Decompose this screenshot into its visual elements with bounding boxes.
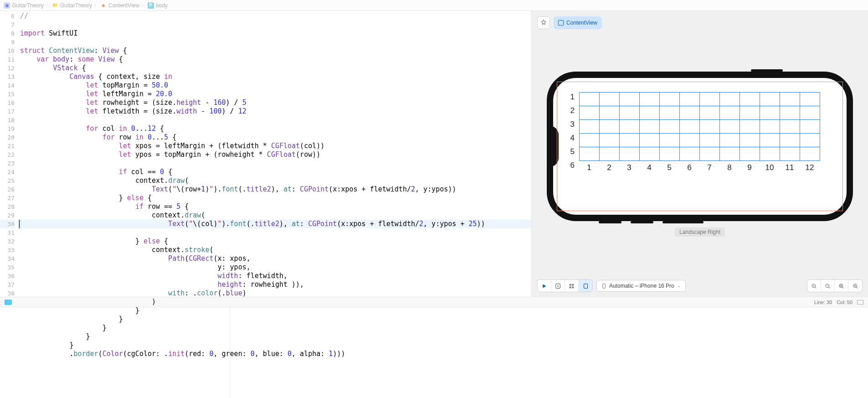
preview-mode-group [537,279,593,292]
grid-icon [569,283,575,289]
zoom-in-button[interactable] [848,280,862,292]
zoom-fit-button[interactable] [835,280,848,292]
variants-button[interactable] [565,280,579,292]
svg-point-14 [839,284,842,287]
device-preview[interactable]: 123456 123456789101112 [547,72,853,221]
svg-rect-7 [603,284,606,288]
svg-text:1: 1 [827,284,828,287]
breadcrumb-folder-label: GuitarTheory [60,2,92,9]
svg-rect-16 [840,285,842,286]
preview-pane: ContentView 123456 123456789101112 Lands… [532,11,868,297]
cursor-line: Line: 30 [814,300,832,305]
preview-selector-label: ContentView [566,20,597,26]
svg-line-15 [842,287,844,288]
svg-rect-5 [572,286,574,288]
swift-file-icon: ◆ [100,2,107,9]
editor-pane: 6789101112131415161718192021222324252627… [0,11,532,358]
breadcrumb-project[interactable]: ◉ GuitarTheory [4,2,44,9]
breadcrumb-symbol-label: body [156,2,168,9]
chevron-down-icon: ⌄ [677,284,681,288]
svg-rect-3 [572,284,574,285]
app-content: 123456 123456789101112 [557,82,843,211]
zoom-actual-button[interactable]: 1 [821,280,835,292]
zoom-group: 1 [807,279,863,292]
cursor-col: Col: 50 [837,300,853,305]
chevron-right-icon: 〉 [94,2,98,9]
svg-line-18 [856,287,858,288]
folder-icon: 📁 [52,2,58,9]
fretboard-row-labels: 123456 [568,90,575,172]
property-icon: P [148,2,154,9]
svg-rect-2 [570,284,571,285]
chevron-right-icon: 〉 [46,2,50,9]
device-bezel-icon [583,283,589,289]
selectable-preview-button[interactable] [551,280,565,292]
svg-line-12 [829,287,830,288]
chevron-right-icon: 〉 [141,2,146,9]
preview-selector-chip[interactable]: ContentView [554,16,602,29]
breadcrumb-file[interactable]: ◆ ContentView [100,2,139,9]
zoom-fit-icon [838,283,844,289]
code-editor[interactable]: // import SwiftUI struct ContentView: Vi… [20,11,531,358]
project-icon: ◉ [4,2,10,9]
play-icon [541,283,547,289]
live-preview-button[interactable] [538,280,551,292]
zoom-out-icon [811,283,817,289]
breadcrumb-project-label: GuitarTheory [12,2,44,9]
svg-line-9 [815,287,817,288]
svg-rect-4 [570,286,571,288]
device-settings-button[interactable] [579,280,592,292]
zoom-100-icon: 1 [825,283,831,289]
svg-rect-6 [584,284,587,288]
zoom-out-button[interactable] [807,280,821,292]
breadcrumb: ◉ GuitarTheory 〉 📁 GuitarTheory 〉 ◆ Cont… [0,0,868,11]
view-icon [558,20,564,26]
device-selector-label: Automatic – iPhone 16 Pro [609,283,674,289]
filter-icon[interactable] [5,300,12,305]
cursor-rect-icon [555,283,561,289]
orientation-label: Landscape Right [675,227,725,237]
breadcrumb-symbol[interactable]: P body [148,2,168,9]
breadcrumb-file-label: ContentView [108,2,139,9]
fretboard-grid [579,92,820,161]
minimap-toggle-icon[interactable] [857,300,863,305]
phone-icon [601,284,606,289]
fretboard-col-labels: 123456789101112 [579,163,820,172]
zoom-in-icon [853,283,858,289]
breadcrumb-folder[interactable]: 📁 GuitarTheory [52,2,92,9]
pin-preview-button[interactable] [537,16,550,29]
svg-marker-0 [543,284,546,288]
pin-icon [540,20,547,26]
device-selector[interactable]: Automatic – iPhone 16 Pro ⌄ [596,280,686,292]
